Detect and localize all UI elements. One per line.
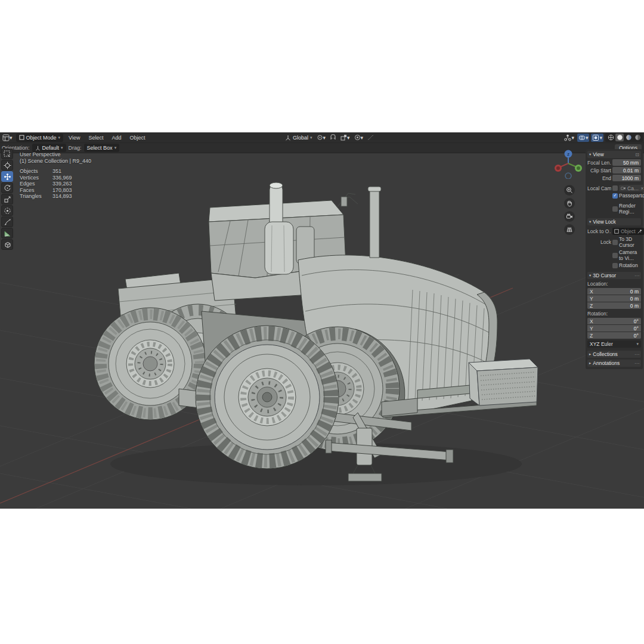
editor-3d-viewport-icon — [2, 134, 10, 141]
menu-view[interactable]: View — [66, 135, 83, 141]
proportional-editing-dropdown[interactable]: ▾ — [353, 134, 365, 142]
section-3d-cursor[interactable]: ▾ 3D Cursor ⋯ — [587, 272, 641, 279]
active-collection-label: (1) Scene Collection | R9_440 — [20, 158, 91, 165]
stat-value: 351 — [52, 168, 61, 175]
stat-label: Objects — [20, 168, 52, 175]
stat-value: 339,263 — [52, 181, 72, 187]
tool-annotate[interactable] — [1, 216, 13, 227]
measure-tool-icon — [4, 230, 11, 237]
orientation-dropdown[interactable]: Default ▾ — [32, 144, 66, 152]
local-camera-value: Ca… — [627, 185, 639, 191]
shading-solid-button[interactable] — [615, 134, 624, 141]
cursor-location-label: Location: — [587, 281, 641, 287]
menu-object[interactable]: Object — [126, 135, 148, 141]
cursor-rotation-label: Rotation: — [587, 311, 641, 317]
tool-transform[interactable] — [1, 205, 13, 216]
navigation-gizmo[interactable]: z — [553, 149, 583, 179]
cursor-location-fields: X0 m Y0 m Z0 m — [587, 288, 641, 309]
snap-toggle[interactable] — [329, 134, 338, 142]
section-annotations-title: Annotations — [593, 360, 620, 366]
viewport-stats-overlay: User Perspective (1) Scene Collection | … — [20, 151, 91, 200]
mode-dropdown[interactable]: Object Mode ▾ — [16, 134, 64, 142]
clip-end-label: End — [587, 175, 611, 181]
section-menu-icon[interactable]: ⋯ — [634, 361, 639, 366]
tool-add-cube[interactable] — [1, 239, 13, 250]
gizmo-z-negative[interactable] — [565, 173, 571, 179]
pan-button[interactable] — [564, 198, 575, 209]
section-view[interactable]: ▾ View ⊡ — [587, 151, 641, 158]
section-menu-icon[interactable]: ⋯ — [634, 352, 639, 357]
drag-dropdown[interactable]: Select Box ▾ — [84, 144, 120, 152]
toolbar — [1, 148, 14, 250]
stat-label: Vertices — [20, 175, 52, 181]
lock-label: Lock — [587, 239, 611, 245]
render-region-checkbox[interactable] — [612, 206, 618, 212]
shading-material-button[interactable] — [624, 134, 633, 141]
orientation-axes-icon — [285, 135, 291, 141]
snap-settings-dropdown[interactable]: ▾ — [339, 134, 351, 142]
section-view-lock-title: View Lock — [593, 219, 616, 225]
view-perspective-label: User Perspective — [20, 151, 91, 158]
menu-add[interactable]: Add — [109, 135, 124, 141]
clip-start-field[interactable]: 0.01 m — [612, 167, 641, 174]
focal-length-field[interactable]: 50 mm — [612, 159, 641, 166]
perspective-toggle-button[interactable] — [564, 224, 575, 235]
show-overlays-toggle[interactable]: ▾ — [577, 134, 590, 142]
lock-3d-cursor-label: To 3D Cursor — [619, 236, 641, 248]
section-annotations[interactable]: ▸ Annotations ⋯ — [587, 360, 641, 367]
lock-to-object-label: Lock to O… — [587, 228, 611, 234]
sidebar-view-panel: ▾ View ⊡ Focal Len… 50 mm Clip Start 0.0… — [586, 149, 643, 369]
camera-icon — [566, 213, 573, 220]
editor-type-button[interactable]: ▾ — [1, 134, 14, 142]
cursor-location-x[interactable]: X0 m — [587, 288, 641, 295]
show-gizmo-dropdown[interactable]: ▾ — [563, 134, 575, 142]
eyedropper-icon[interactable] — [637, 229, 642, 234]
transform-orientation-dropdown[interactable]: Global ▾ — [284, 134, 314, 142]
camera-view-button[interactable] — [564, 211, 575, 222]
clip-end-field[interactable]: 1000 m — [612, 175, 641, 181]
panel-pin-icon[interactable]: ⊡ — [635, 152, 639, 157]
pivot-point-dropdown[interactable]: ▾ — [315, 134, 327, 142]
euler-order-dropdown[interactable]: XYZ Euler ▾ — [587, 340, 641, 348]
rotate-tool-icon — [4, 184, 11, 192]
clear-icon[interactable]: × — [640, 185, 643, 191]
lock-to-object-field[interactable]: Object — [612, 228, 644, 235]
tool-scale[interactable] — [1, 194, 13, 205]
chevron-down-icon: ▾ — [10, 135, 13, 141]
camera-to-view-checkbox[interactable] — [612, 253, 618, 258]
mode-label: Object Mode — [26, 135, 57, 141]
cursor-rotation-x[interactable]: X0° — [587, 318, 641, 324]
section-collections[interactable]: ▸ Collections ⋯ — [587, 351, 641, 358]
xray-toggle[interactable]: ▾ — [591, 134, 603, 142]
tool-rotate[interactable] — [1, 182, 13, 193]
passepartout-checkbox[interactable]: ✓ — [612, 193, 618, 199]
hand-icon — [566, 200, 573, 207]
cursor-location-y[interactable]: Y0 m — [587, 295, 641, 302]
blender-window: ▾ Object Mode ▾ View Select Add Object G… — [0, 132, 644, 509]
tractor-model — [94, 182, 538, 485]
tool-measure[interactable] — [1, 228, 13, 239]
annotate-tool-icon — [4, 218, 11, 226]
section-view-lock[interactable]: ▾ View Lock — [587, 218, 641, 225]
cursor-rotation-z[interactable]: Z0° — [587, 332, 641, 339]
section-menu-icon[interactable]: ⋯ — [634, 273, 639, 278]
chevron-right-icon: ▸ — [589, 361, 591, 366]
lock-3d-cursor-checkbox[interactable] — [612, 240, 618, 245]
lock-rotation-checkbox[interactable] — [612, 263, 618, 268]
cursor-rotation-y[interactable]: Y0° — [587, 325, 641, 332]
shading-rendered-button[interactable] — [633, 134, 642, 141]
stat-label: Faces — [20, 187, 52, 194]
shading-wireframe-button[interactable] — [606, 134, 615, 141]
stat-value: 314,893 — [52, 193, 72, 200]
tool-cursor[interactable] — [1, 160, 13, 171]
local-camera-field[interactable]: Ca… × — [619, 185, 644, 191]
local-camera-label: Local Cam… — [587, 185, 611, 191]
menu-select[interactable]: Select — [85, 135, 106, 141]
chevron-down-icon: ▾ — [58, 135, 61, 140]
tool-select-box[interactable] — [1, 148, 13, 159]
tool-move[interactable] — [1, 171, 13, 182]
local-camera-checkbox[interactable] — [612, 185, 618, 191]
zoom-button[interactable] — [564, 185, 575, 196]
viewport-3d[interactable] — [0, 132, 644, 509]
cursor-location-z[interactable]: Z0 m — [587, 302, 641, 309]
